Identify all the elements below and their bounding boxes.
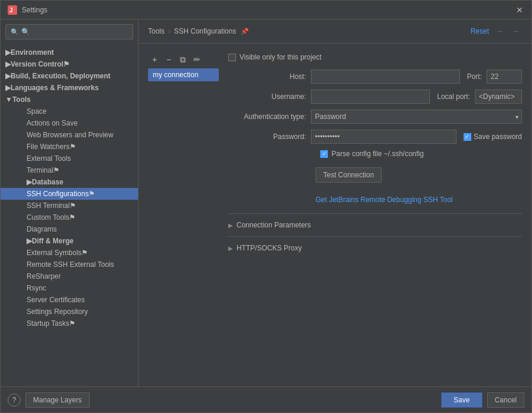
sidebar-item-resharper[interactable]: ReSharper: [1, 270, 138, 282]
sidebar-item-space[interactable]: Space: [1, 105, 138, 117]
save-password-text: Save password: [474, 133, 522, 141]
sidebar-item-build[interactable]: ▶ Build, Execution, Deployment: [1, 70, 138, 82]
footer-right: Save Cancel: [441, 392, 524, 408]
connection-item[interactable]: my connection: [148, 68, 219, 81]
footer-left: ? Manage Layers: [8, 392, 90, 408]
host-label: Host:: [228, 72, 311, 81]
sidebar-item-startup-tasks[interactable]: Startup Tasks ⚑: [1, 318, 138, 329]
nav-forward-button[interactable]: →: [509, 25, 522, 37]
sidebar-item-remote-ssh[interactable]: Remote SSH External Tools: [1, 259, 138, 270]
app-icon: J: [8, 5, 17, 15]
sidebar-item-label: Database: [32, 178, 63, 186]
sidebar-item-web-browsers[interactable]: Web Browsers and Preview: [1, 129, 138, 141]
sidebar-item-label: Version Control: [11, 60, 63, 68]
close-button[interactable]: ✕: [515, 5, 524, 15]
test-connection-button[interactable]: Test Connection: [316, 167, 382, 183]
pin-icon[interactable]: 📌: [241, 28, 249, 35]
sidebar-item-label: External Symbols: [27, 249, 81, 257]
local-port-label: Local port:: [437, 92, 470, 101]
cancel-button[interactable]: Cancel: [487, 392, 524, 408]
sidebar-item-diff-merge[interactable]: ▶ Diff & Merge: [1, 235, 138, 247]
search-input[interactable]: [21, 28, 128, 36]
ssh-panel: + − ⧉ ✏ my connection Vis: [148, 53, 522, 259]
nav-back-button[interactable]: ←: [494, 25, 507, 37]
sidebar-item-actions-on-save[interactable]: Actions on Save: [1, 117, 138, 129]
parse-config-checkbox[interactable]: ✓: [320, 150, 328, 158]
save-password-label[interactable]: ✓ Save password: [464, 133, 522, 141]
host-row: Host: Port:: [228, 70, 522, 84]
username-input[interactable]: [311, 90, 430, 104]
connection-params-label: Connection Parameters: [237, 221, 311, 229]
sidebar-item-database[interactable]: ▶ Database: [1, 176, 138, 188]
auth-type-select[interactable]: Password Key pair OpenSSH config and aut…: [311, 110, 522, 124]
add-connection-button[interactable]: +: [148, 53, 161, 66]
sidebar-item-rsync[interactable]: Rsync: [1, 282, 138, 294]
modified-indicator: ⚑: [81, 249, 88, 257]
content-body: + − ⧉ ✏ my connection Vis: [139, 44, 531, 386]
help-button[interactable]: ?: [8, 394, 21, 407]
jetbrains-link-wrapper: Get JetBrains Remote Debugging SSH Tool: [316, 196, 522, 204]
sidebar-item-label: Web Browsers and Preview: [27, 131, 113, 139]
sidebar-item-diagrams[interactable]: Diagrams: [1, 223, 138, 235]
port-input[interactable]: [487, 70, 522, 84]
expand-arrow: ▶: [5, 84, 11, 92]
sidebar-item-server-certificates[interactable]: Server Certificates: [1, 294, 138, 306]
visible-only-checkbox-label[interactable]: Visible only for this project: [228, 53, 321, 61]
manage-layers-button[interactable]: Manage Layers: [25, 392, 90, 408]
breadcrumb-current: SSH Configurations: [174, 27, 236, 35]
auth-type-label: Authentication type:: [228, 113, 311, 121]
sidebar-item-label: Tools: [12, 95, 31, 104]
modified-indicator: ⚑: [69, 213, 75, 222]
collapse-arrow-icon: ▶: [228, 245, 233, 252]
username-row: Username: Local port: <Dynamic>: [228, 90, 522, 104]
save-password-checkbox[interactable]: ✓: [464, 133, 471, 141]
auth-type-wrapper: Password Key pair OpenSSH config and aut…: [311, 110, 522, 124]
sidebar-item-terminal[interactable]: Terminal ⚑: [1, 164, 138, 176]
sidebar-item-label: Rsync: [27, 284, 46, 292]
sidebar-item-settings-repository[interactable]: Settings Repository: [1, 306, 138, 318]
modified-indicator: ⚑: [63, 60, 70, 68]
sidebar-item-tools[interactable]: ▼ Tools: [1, 94, 138, 105]
sidebar-item-custom-tools[interactable]: Custom Tools ⚑: [1, 212, 138, 223]
expand-arrow: ▶: [5, 72, 11, 80]
content-header: Tools › SSH Configurations 📌 Reset ← →: [139, 19, 531, 44]
test-connection-wrapper: Test Connection: [316, 164, 522, 189]
edit-connection-button[interactable]: ✏: [191, 53, 203, 66]
sidebar-item-label: Startup Tasks: [27, 319, 69, 328]
auth-type-row: Authentication type: Password Key pair O…: [228, 110, 522, 124]
sidebar-item-ssh-terminal[interactable]: SSH Terminal ⚑: [1, 200, 138, 212]
sidebar-item-external-tools[interactable]: External Tools: [1, 153, 138, 164]
reset-button[interactable]: Reset: [471, 27, 489, 35]
host-input[interactable]: [311, 70, 460, 84]
sidebar-item-external-symbols[interactable]: External Symbols ⚑: [1, 247, 138, 259]
visible-only-checkbox[interactable]: [228, 54, 236, 61]
save-button[interactable]: Save: [441, 392, 482, 408]
sidebar-item-label: Terminal: [27, 166, 53, 174]
copy-connection-button[interactable]: ⧉: [176, 53, 189, 66]
sidebar-item-languages[interactable]: ▶ Languages & Frameworks: [1, 82, 138, 94]
settings-window: J Settings ✕ 🔍 ▶ Environment ▶ Version C…: [0, 0, 532, 413]
sidebar-item-label: Environment: [11, 48, 54, 57]
breadcrumb: Tools › SSH Configurations 📌: [148, 27, 249, 35]
sidebar-item-label: Actions on Save: [27, 119, 78, 127]
sidebar-item-file-watchers[interactable]: File Watchers ⚑: [1, 141, 138, 153]
list-toolbar: + − ⧉ ✏: [148, 53, 219, 66]
sidebar: 🔍 ▶ Environment ▶ Version Control ⚑ ▶ Bu…: [1, 19, 139, 386]
sidebar-item-ssh-configurations[interactable]: SSH Configurations ⚑: [1, 188, 138, 200]
connection-params-header[interactable]: ▶ Connection Parameters: [228, 219, 522, 232]
remove-connection-button[interactable]: −: [162, 53, 175, 66]
modified-indicator: ⚑: [70, 201, 76, 210]
modified-indicator: ⚑: [53, 166, 60, 174]
sidebar-item-version-control[interactable]: ▶ Version Control ⚑: [1, 58, 138, 70]
parse-config-text: Parse config file ~/.ssh/config: [331, 150, 423, 158]
parse-config-label[interactable]: ✓ Parse config file ~/.ssh/config: [320, 150, 522, 158]
search-box[interactable]: 🔍: [5, 24, 133, 39]
jetbrains-link[interactable]: Get JetBrains Remote Debugging SSH Tool: [316, 196, 522, 204]
modified-indicator: ⚑: [69, 319, 75, 328]
form-panel: Visible only for this project Host: Port…: [228, 53, 522, 259]
http-socks-header[interactable]: ▶ HTTP/SOCKS Proxy: [228, 242, 522, 255]
title-bar: J Settings ✕: [1, 1, 531, 19]
host-field-wrapper: [311, 70, 460, 84]
password-input[interactable]: [311, 130, 457, 144]
sidebar-item-environment[interactable]: ▶ Environment: [1, 47, 138, 58]
